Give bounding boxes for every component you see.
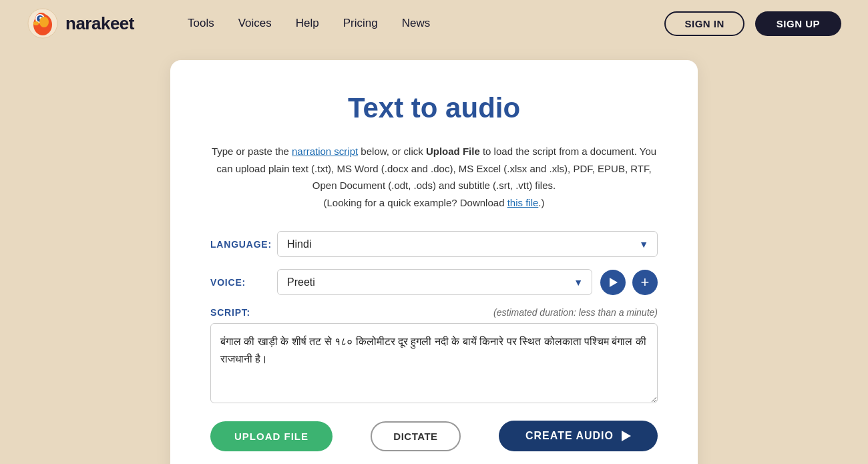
voice-controls: + [600, 270, 658, 295]
create-audio-play-icon [622, 431, 631, 441]
logo-text: narakeet [65, 13, 134, 34]
logo-icon [27, 7, 59, 39]
header: narakeet Tools Voices Help Pricing News … [0, 0, 868, 47]
narration-script-link[interactable]: narration script [292, 146, 358, 157]
desc-part1: Type or paste the [212, 146, 292, 157]
play-icon [610, 278, 618, 287]
voice-select-wrap: Preeti Aditi ▼ [277, 269, 592, 295]
desc-part4: (Looking for a quick example? Download [323, 197, 507, 208]
language-select[interactable]: Hindi English Spanish [277, 231, 658, 257]
main-nav: Tools Voices Help Pricing News [188, 17, 430, 30]
desc-part5: .) [538, 197, 544, 208]
plus-icon: + [641, 275, 650, 290]
voice-row: VOICE: Preeti Aditi ▼ + [210, 269, 658, 295]
language-select-wrap: Hindi English Spanish ▼ [277, 231, 658, 257]
voice-play-button[interactable] [600, 270, 626, 295]
content-card: Text to audio Type or paste the narratio… [170, 60, 698, 464]
language-label: LANGUAGE: [210, 239, 277, 250]
bottom-buttons: UPLOAD FILE DICTATE CREATE AUDIO [210, 421, 658, 451]
signup-button[interactable]: SIGN UP [755, 11, 841, 36]
voice-add-button[interactable]: + [632, 270, 658, 295]
nav-help[interactable]: Help [296, 17, 319, 30]
language-row: LANGUAGE: Hindi English Spanish ▼ [210, 231, 658, 257]
main-content: Text to audio Type or paste the narratio… [0, 47, 868, 464]
svg-point-7 [39, 17, 49, 27]
upload-file-button[interactable]: UPLOAD FILE [210, 421, 333, 451]
create-audio-label: CREATE AUDIO [525, 430, 614, 442]
duration-text: (estimated duration: less than a minute) [493, 307, 658, 318]
page-title: Text to audio [210, 92, 658, 124]
script-textarea[interactable]: बंगाल की खाड़ी के शीर्ष तट से १८० किलोमी… [210, 323, 658, 403]
create-audio-button[interactable]: CREATE AUDIO [499, 421, 658, 451]
nav-tools[interactable]: Tools [188, 17, 214, 30]
dictate-button[interactable]: DICTATE [371, 421, 460, 451]
nav-pricing[interactable]: Pricing [343, 17, 378, 30]
logo[interactable]: narakeet [27, 7, 134, 39]
description-text: Type or paste the narration script below… [210, 143, 658, 211]
svg-point-6 [33, 21, 39, 25]
upload-file-bold: Upload File [426, 146, 480, 157]
voice-label: VOICE: [210, 277, 277, 288]
signin-button[interactable]: SIGN IN [664, 11, 744, 36]
nav-news[interactable]: News [402, 17, 431, 30]
script-header: SCRIPT: (estimated duration: less than a… [210, 307, 658, 318]
auth-buttons: SIGN IN SIGN UP [664, 11, 841, 36]
nav-voices[interactable]: Voices [238, 17, 272, 30]
script-label: SCRIPT: [210, 307, 250, 318]
voice-select[interactable]: Preeti Aditi [277, 269, 592, 295]
desc-part2: below, or click [358, 146, 426, 157]
this-file-link[interactable]: this file [507, 197, 539, 208]
